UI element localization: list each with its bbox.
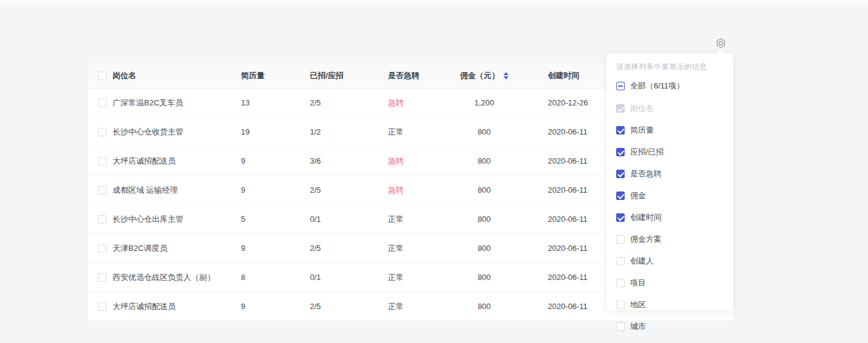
cell-resume-count: 19 <box>241 127 310 136</box>
cell-hired-ratio: 0/1 <box>310 273 388 282</box>
cell-hired-ratio: 2/5 <box>310 244 388 253</box>
cell-resume-count: 9 <box>241 244 310 253</box>
row-checkbox[interactable] <box>98 128 107 136</box>
cell-position-name: 广深常温B2C叉车员 <box>113 98 241 108</box>
column-header-resumes: 简历量 <box>241 70 310 81</box>
column-option[interactable]: 是否急聘 <box>616 168 723 179</box>
cell-created-date: 2020-12-26 <box>511 98 611 107</box>
row-checkbox[interactable] <box>98 273 107 282</box>
cell-created-date: 2020-06-11 <box>511 302 611 311</box>
column-option-checkbox[interactable] <box>616 148 625 156</box>
column-header-urgent: 是否急聘 <box>388 70 457 81</box>
column-header-created: 创建时间 <box>511 70 611 81</box>
column-option[interactable]: 岗位名 <box>616 103 723 114</box>
column-options-list: 岗位名 简历量 应招/已招 是否急聘 佣金 创建时间 佣金方案 创建人 项目 地… <box>616 103 723 332</box>
column-option-checkbox[interactable] <box>616 322 625 331</box>
gear-icon <box>715 38 726 48</box>
panel-title: 请选择列表中要展示的信息 <box>616 62 723 72</box>
cell-urgent-status: 正常 <box>388 214 457 225</box>
column-option-checkbox[interactable] <box>616 301 625 309</box>
cell-commission: 800 <box>457 215 511 224</box>
column-option-checkbox[interactable] <box>616 170 625 178</box>
column-option[interactable]: 佣金 <box>616 190 723 201</box>
column-option[interactable]: 佣金方案 <box>616 234 723 245</box>
row-checkbox[interactable] <box>98 186 107 195</box>
column-option-checkbox[interactable] <box>616 279 625 287</box>
cell-urgent-status: 急聘 <box>388 98 457 108</box>
cell-commission: 800 <box>457 302 511 311</box>
cell-hired-ratio: 2/5 <box>310 98 388 107</box>
cell-commission: 800 <box>457 127 511 136</box>
cell-position-name: 长沙中心仓出库主管 <box>113 214 241 225</box>
column-header-hired: 已招/应招 <box>310 70 388 81</box>
column-option-checkbox[interactable] <box>616 191 625 200</box>
cell-urgent-status: 急聘 <box>388 156 457 167</box>
column-option-label: 佣金 <box>630 190 646 201</box>
row-checkbox[interactable] <box>98 215 107 224</box>
select-all-rows-checkbox[interactable] <box>98 72 107 80</box>
sort-caret-icon[interactable] <box>504 72 508 79</box>
column-option-label: 是否急聘 <box>630 168 662 179</box>
cell-commission: 1,200 <box>457 98 511 107</box>
cell-commission: 800 <box>457 273 511 282</box>
cell-hired-ratio: 3/6 <box>310 156 388 165</box>
column-option-label: 地区 <box>630 299 646 310</box>
column-option-label: 岗位名 <box>630 103 654 114</box>
cell-resume-count: 9 <box>241 302 310 311</box>
cell-created-date: 2020-06-11 <box>511 127 611 136</box>
cell-hired-ratio: 0/1 <box>310 215 388 224</box>
column-option-label: 佣金方案 <box>630 234 662 245</box>
cell-position-name: 西安优选仓战区负责人（副） <box>113 272 241 283</box>
cell-hired-ratio: 2/5 <box>310 185 388 195</box>
column-header-commission: 佣金（元） <box>457 70 511 81</box>
cell-commission: 800 <box>457 156 511 165</box>
sort-ascending-icon <box>504 72 508 75</box>
indeterminate-checkbox-icon[interactable] <box>616 82 625 90</box>
column-option-checkbox[interactable] <box>616 126 625 135</box>
column-option-label: 创建时间 <box>630 212 662 223</box>
column-option-checkbox[interactable] <box>616 257 625 265</box>
column-option-checkbox[interactable] <box>616 235 625 244</box>
cell-resume-count: 5 <box>241 215 310 224</box>
row-checkbox[interactable] <box>98 157 107 165</box>
cell-commission: 800 <box>457 185 511 195</box>
column-settings-panel: 请选择列表中要展示的信息 全部（6/11项） 岗位名 简历量 应招/已招 是否急… <box>607 53 733 310</box>
cell-position-name: 成都区域 运输经理 <box>113 185 241 196</box>
row-checkbox[interactable] <box>98 302 107 311</box>
sort-descending-icon <box>504 76 508 79</box>
row-checkbox[interactable] <box>98 99 107 107</box>
column-option[interactable]: 应招/已招 <box>616 147 723 158</box>
column-option[interactable]: 简历量 <box>616 125 723 136</box>
column-option-checkbox[interactable] <box>616 104 625 113</box>
select-all-label: 全部（6/11项） <box>630 81 684 92</box>
cell-resume-count: 9 <box>241 185 310 195</box>
column-option-label: 创建人 <box>630 256 654 267</box>
cell-resume-count: 8 <box>241 273 310 282</box>
column-option[interactable]: 项目 <box>616 278 723 288</box>
column-option[interactable]: 地区 <box>616 299 723 310</box>
column-option-label: 城市 <box>630 321 646 332</box>
select-all-columns-option[interactable]: 全部（6/11项） <box>616 81 723 92</box>
cell-position-name: 天津B2C调度员 <box>113 243 241 254</box>
cell-urgent-status: 正常 <box>388 301 457 312</box>
row-checkbox[interactable] <box>98 244 107 253</box>
cell-hired-ratio: 1/2 <box>310 127 388 136</box>
column-option-label: 应招/已招 <box>630 147 664 158</box>
column-option[interactable]: 城市 <box>616 321 723 332</box>
column-option[interactable]: 创建时间 <box>616 212 723 223</box>
column-header-commission-label: 佣金（元） <box>460 70 499 81</box>
column-option-label: 项目 <box>630 278 646 288</box>
cell-position-name: 长沙中心仓收货主管 <box>113 127 241 138</box>
cell-urgent-status: 正常 <box>388 127 457 138</box>
cell-created-date: 2020-06-11 <box>511 273 611 282</box>
column-option[interactable]: 创建人 <box>616 256 723 267</box>
cell-resume-count: 13 <box>241 98 310 107</box>
cell-resume-count: 9 <box>241 156 310 165</box>
cell-created-date: 2020-06-11 <box>511 185 611 195</box>
cell-urgent-status: 急聘 <box>388 185 457 196</box>
column-option-checkbox[interactable] <box>616 213 625 222</box>
column-settings-gear-button[interactable] <box>715 38 726 48</box>
cell-created-date: 2020-06-11 <box>511 156 611 165</box>
cell-position-name: 大坪店诚招配送员 <box>113 156 241 167</box>
cell-urgent-status: 正常 <box>388 272 457 283</box>
